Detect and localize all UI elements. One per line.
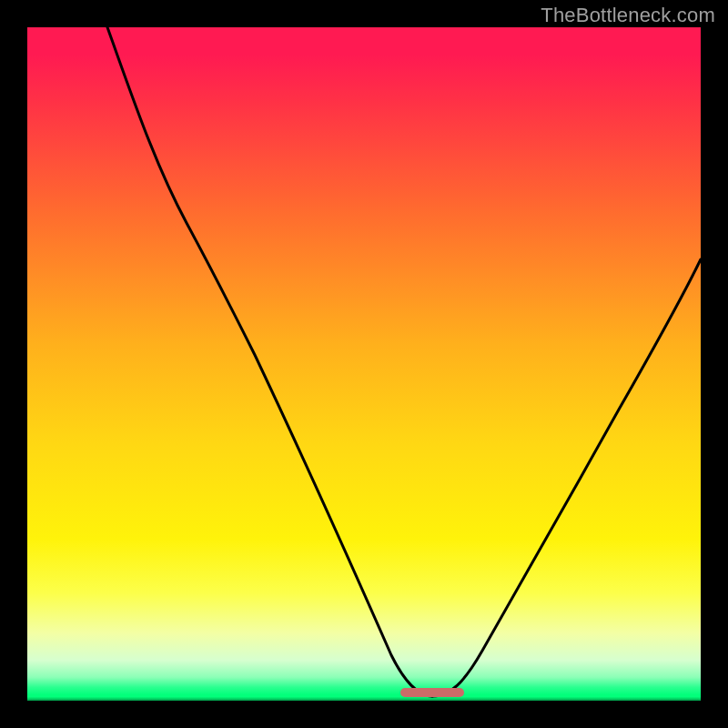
plot-area [27, 27, 701, 701]
optimum-marker [400, 688, 464, 697]
chart-frame: TheBottleneck.com [0, 0, 728, 728]
watermark-text: TheBottleneck.com [541, 4, 715, 27]
curve-left-branch [107, 27, 432, 696]
bottleneck-curve [27, 27, 701, 701]
curve-right-branch [432, 259, 701, 696]
